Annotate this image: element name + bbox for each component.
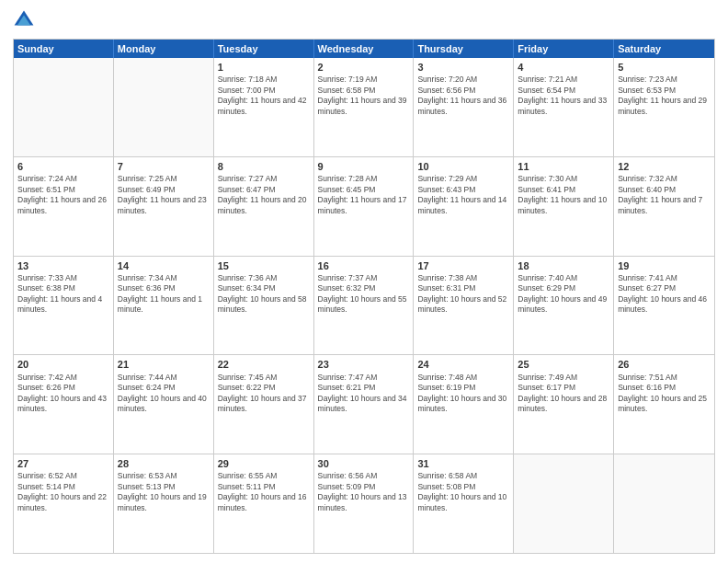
cell-info: Sunrise: 7:49 AMSunset: 6:17 PMDaylight:… — [518, 373, 609, 415]
cell-info: Sunrise: 7:40 AMSunset: 6:29 PMDaylight:… — [518, 273, 609, 316]
cell-info: Sunrise: 7:44 AMSunset: 6:24 PMDaylight:… — [118, 373, 210, 415]
day-number: 26 — [618, 358, 711, 371]
calendar-cell: 18Sunrise: 7:40 AMSunset: 6:29 PMDayligh… — [514, 257, 614, 355]
day-number: 3 — [417, 61, 509, 74]
day-number: 18 — [518, 259, 609, 272]
cell-info: Sunrise: 6:58 AMSunset: 5:08 PMDaylight:… — [417, 471, 509, 513]
cell-info: Sunrise: 7:51 AMSunset: 6:16 PMDaylight:… — [618, 373, 711, 415]
calendar-cell: 21Sunrise: 7:44 AMSunset: 6:24 PMDayligh… — [114, 355, 214, 454]
calendar-cell: 4Sunrise: 7:21 AMSunset: 6:54 PMDaylight… — [514, 58, 614, 156]
cell-info: Sunrise: 7:33 AMSunset: 6:38 PMDaylight:… — [17, 273, 109, 316]
day-number: 16 — [318, 259, 410, 272]
logo — [13, 9, 39, 31]
calendar-cell: 7Sunrise: 7:25 AMSunset: 6:49 PMDaylight… — [114, 157, 214, 256]
calendar-cell: 19Sunrise: 7:41 AMSunset: 6:27 PMDayligh… — [614, 257, 714, 355]
calendar-cell: 24Sunrise: 7:48 AMSunset: 6:19 PMDayligh… — [414, 355, 514, 454]
calendar-cell: 25Sunrise: 7:49 AMSunset: 6:17 PMDayligh… — [514, 355, 614, 454]
day-number: 10 — [417, 160, 509, 173]
calendar-cell: 11Sunrise: 7:30 AMSunset: 6:41 PMDayligh… — [514, 157, 614, 256]
day-number: 2 — [318, 61, 410, 74]
page: SundayMondayTuesdayWednesdayThursdayFrid… — [0, 0, 728, 563]
day-number: 28 — [118, 457, 210, 470]
day-number: 1 — [218, 61, 310, 74]
cell-info: Sunrise: 7:45 AMSunset: 6:22 PMDaylight:… — [218, 373, 310, 415]
day-number: 24 — [417, 358, 509, 371]
calendar-cell: 22Sunrise: 7:45 AMSunset: 6:22 PMDayligh… — [214, 355, 314, 454]
calendar-cell: 6Sunrise: 7:24 AMSunset: 6:51 PMDaylight… — [14, 157, 114, 256]
cell-info: Sunrise: 7:48 AMSunset: 6:19 PMDaylight:… — [417, 373, 509, 415]
calendar-cell — [614, 454, 714, 553]
cell-info: Sunrise: 7:42 AMSunset: 6:26 PMDaylight:… — [17, 373, 109, 415]
cell-info: Sunrise: 7:36 AMSunset: 6:34 PMDaylight:… — [218, 273, 310, 316]
day-number: 21 — [118, 358, 210, 371]
cell-info: Sunrise: 7:25 AMSunset: 6:49 PMDaylight:… — [118, 174, 210, 216]
calendar-cell — [114, 58, 214, 156]
day-number: 23 — [318, 358, 410, 371]
day-number: 14 — [118, 259, 210, 272]
calendar-cell: 20Sunrise: 7:42 AMSunset: 6:26 PMDayligh… — [14, 355, 114, 454]
day-header-monday: Monday — [114, 40, 214, 58]
calendar-cell: 17Sunrise: 7:38 AMSunset: 6:31 PMDayligh… — [414, 257, 514, 355]
day-number: 22 — [218, 358, 310, 371]
calendar-cell: 9Sunrise: 7:28 AMSunset: 6:45 PMDaylight… — [314, 157, 415, 256]
calendar-cell: 29Sunrise: 6:55 AMSunset: 5:11 PMDayligh… — [214, 454, 314, 553]
day-header-tuesday: Tuesday — [214, 40, 314, 58]
day-number: 5 — [618, 61, 711, 74]
cell-info: Sunrise: 7:24 AMSunset: 6:51 PMDaylight:… — [17, 174, 109, 216]
calendar-cell: 27Sunrise: 6:52 AMSunset: 5:14 PMDayligh… — [14, 454, 114, 553]
cell-info: Sunrise: 7:21 AMSunset: 6:54 PMDaylight:… — [518, 75, 609, 117]
cell-info: Sunrise: 7:20 AMSunset: 6:56 PMDaylight:… — [417, 75, 509, 117]
day-number: 29 — [218, 457, 310, 470]
cell-info: Sunrise: 7:37 AMSunset: 6:32 PMDaylight:… — [318, 273, 410, 316]
day-number: 25 — [518, 358, 609, 371]
day-number: 27 — [17, 457, 109, 470]
day-number: 4 — [518, 61, 609, 74]
cell-info: Sunrise: 6:55 AMSunset: 5:11 PMDaylight:… — [218, 471, 310, 513]
day-number: 31 — [417, 457, 509, 470]
day-header-saturday: Saturday — [614, 40, 714, 58]
cell-info: Sunrise: 7:38 AMSunset: 6:31 PMDaylight:… — [417, 273, 509, 316]
cell-info: Sunrise: 7:47 AMSunset: 6:21 PMDaylight:… — [318, 373, 410, 415]
day-header-sunday: Sunday — [14, 40, 114, 58]
day-number: 17 — [417, 259, 509, 272]
day-number: 7 — [118, 160, 210, 173]
day-number: 15 — [218, 259, 310, 272]
header — [13, 9, 715, 31]
cell-info: Sunrise: 6:56 AMSunset: 5:09 PMDaylight:… — [318, 471, 410, 513]
day-number: 9 — [318, 160, 410, 173]
cell-info: Sunrise: 7:41 AMSunset: 6:27 PMDaylight:… — [618, 273, 711, 316]
calendar-cell — [14, 58, 114, 156]
cell-info: Sunrise: 7:29 AMSunset: 6:43 PMDaylight:… — [417, 174, 509, 216]
calendar-week-5: 27Sunrise: 6:52 AMSunset: 5:14 PMDayligh… — [14, 454, 714, 553]
cell-info: Sunrise: 6:53 AMSunset: 5:13 PMDaylight:… — [118, 471, 210, 513]
cell-info: Sunrise: 7:30 AMSunset: 6:41 PMDaylight:… — [518, 174, 609, 216]
day-number: 6 — [17, 160, 109, 173]
calendar-cell: 14Sunrise: 7:34 AMSunset: 6:36 PMDayligh… — [114, 257, 214, 355]
day-header-friday: Friday — [514, 40, 614, 58]
cell-info: Sunrise: 7:19 AMSunset: 6:58 PMDaylight:… — [318, 75, 410, 117]
cell-info: Sunrise: 6:52 AMSunset: 5:14 PMDaylight:… — [17, 471, 109, 513]
calendar-body: 1Sunrise: 7:18 AMSunset: 7:00 PMDaylight… — [14, 58, 714, 553]
cell-info: Sunrise: 7:27 AMSunset: 6:47 PMDaylight:… — [218, 174, 310, 216]
day-number: 13 — [17, 259, 109, 272]
calendar-cell: 10Sunrise: 7:29 AMSunset: 6:43 PMDayligh… — [414, 157, 514, 256]
calendar-cell: 30Sunrise: 6:56 AMSunset: 5:09 PMDayligh… — [314, 454, 415, 553]
calendar: SundayMondayTuesdayWednesdayThursdayFrid… — [13, 39, 715, 554]
cell-info: Sunrise: 7:18 AMSunset: 7:00 PMDaylight:… — [218, 75, 310, 117]
calendar-header: SundayMondayTuesdayWednesdayThursdayFrid… — [14, 40, 714, 58]
calendar-cell: 12Sunrise: 7:32 AMSunset: 6:40 PMDayligh… — [614, 157, 714, 256]
calendar-cell: 1Sunrise: 7:18 AMSunset: 7:00 PMDaylight… — [214, 58, 314, 156]
calendar-cell: 8Sunrise: 7:27 AMSunset: 6:47 PMDaylight… — [214, 157, 314, 256]
cell-info: Sunrise: 7:34 AMSunset: 6:36 PMDaylight:… — [118, 273, 210, 316]
calendar-cell: 13Sunrise: 7:33 AMSunset: 6:38 PMDayligh… — [14, 257, 114, 355]
calendar-week-1: 1Sunrise: 7:18 AMSunset: 7:00 PMDaylight… — [14, 58, 714, 156]
day-number: 30 — [318, 457, 410, 470]
day-number: 11 — [518, 160, 609, 173]
day-number: 12 — [618, 160, 711, 173]
calendar-cell — [514, 454, 614, 553]
calendar-week-2: 6Sunrise: 7:24 AMSunset: 6:51 PMDaylight… — [14, 156, 714, 256]
day-number: 8 — [218, 160, 310, 173]
day-number: 19 — [618, 259, 711, 272]
day-header-thursday: Thursday — [414, 40, 514, 58]
cell-info: Sunrise: 7:23 AMSunset: 6:53 PMDaylight:… — [618, 75, 711, 117]
